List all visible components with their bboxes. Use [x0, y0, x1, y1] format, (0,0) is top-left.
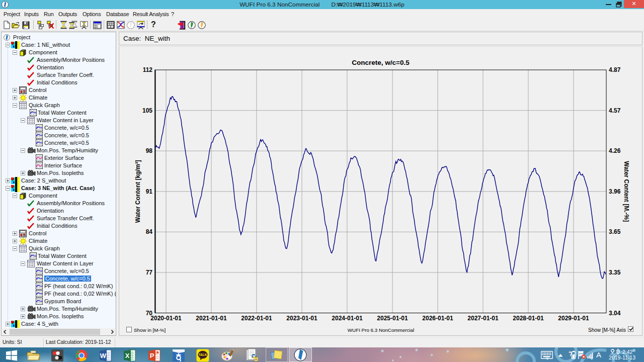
svg-text:84: 84 [146, 228, 153, 235]
svg-text:X: X [125, 352, 130, 359]
svg-text:TALK: TALK [199, 353, 207, 356]
svg-text:W: W [100, 352, 107, 359]
svg-text:2028-01-01: 2028-01-01 [513, 315, 544, 322]
svg-text:Concrete, w/c=0.5: Concrete, w/c=0.5 [352, 59, 410, 66]
svg-text:2027-01-01: 2027-01-01 [467, 315, 499, 322]
svg-text:2023-01-01: 2023-01-01 [286, 315, 317, 322]
svg-text:112: 112 [143, 66, 153, 73]
svg-text:77: 77 [146, 269, 153, 276]
svg-text:3.35: 3.35 [609, 269, 621, 276]
svg-text:2021-01-01: 2021-01-01 [196, 315, 227, 322]
svg-text:4.87: 4.87 [609, 66, 621, 73]
svg-text:105: 105 [142, 107, 152, 114]
svg-text:P: P [150, 352, 154, 359]
svg-text:2:42: 2:42 [622, 349, 633, 354]
svg-text:2025-01-01: 2025-01-01 [377, 315, 408, 322]
svg-text:2024-01-01: 2024-01-01 [332, 315, 363, 322]
svg-text:2029-01-01: 2029-01-01 [558, 315, 589, 322]
svg-text:3.96: 3.96 [609, 188, 621, 195]
svg-text:2020-01-01: 2020-01-01 [150, 315, 182, 322]
svg-text:4.57: 4.57 [609, 107, 621, 114]
svg-text:4.26: 4.26 [609, 147, 621, 154]
svg-text:98: 98 [146, 147, 153, 154]
svg-text:2026-01-01: 2026-01-01 [422, 315, 453, 322]
svg-text:Water Content [kg/m³]: Water Content [kg/m³] [134, 160, 141, 223]
svg-text:3.04: 3.04 [609, 310, 621, 317]
svg-text:Water Content [M.-%]: Water Content [M.-%] [623, 161, 630, 222]
svg-text:2022-01-01: 2022-01-01 [241, 315, 272, 322]
svg-text:91: 91 [146, 188, 153, 195]
svg-text:3.65: 3.65 [609, 228, 621, 235]
